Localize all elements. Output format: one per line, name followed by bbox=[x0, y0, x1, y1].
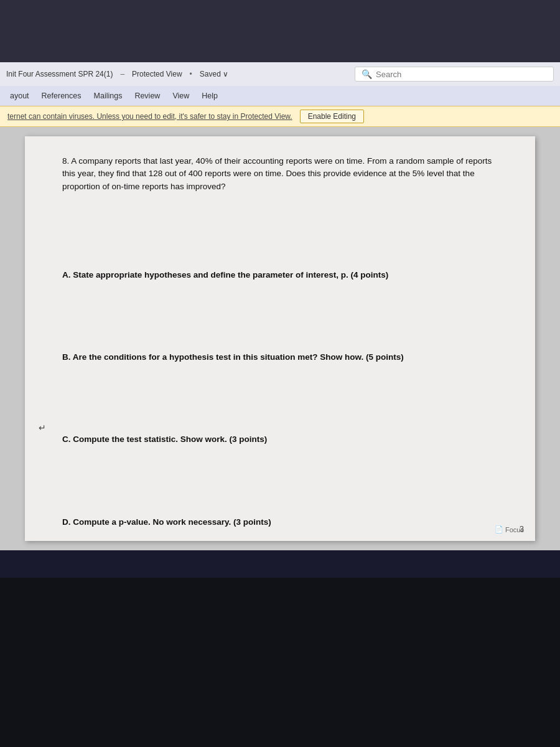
focus-label: Focus bbox=[505, 526, 524, 533]
sub-question-d: D. Compute a p-value. No work necessary.… bbox=[62, 516, 504, 529]
ribbon-item-help[interactable]: Help bbox=[197, 89, 223, 103]
left-margin-marker: ↵ bbox=[39, 423, 46, 433]
search-input[interactable] bbox=[376, 70, 547, 79]
focus-indicator: 📄 Focus bbox=[495, 525, 524, 533]
answer-space-b bbox=[62, 364, 504, 420]
ribbon-menu: ayout References Mailings Review View He… bbox=[0, 86, 560, 106]
top-dark-area bbox=[0, 0, 560, 62]
bottom-dark-area bbox=[0, 578, 560, 747]
sub-question-a: A. State appropriate hypotheses and defi… bbox=[62, 269, 504, 281]
sub-question-b: B. Are the conditions for a hypothesis t… bbox=[62, 351, 504, 364]
protected-view-bar: ternet can contain viruses. Unless you n… bbox=[0, 106, 560, 127]
search-icon: 🔍 bbox=[362, 69, 372, 79]
answer-space-c bbox=[62, 446, 504, 502]
ribbon-item-layout[interactable]: ayout bbox=[5, 89, 34, 103]
document-title: Init Four Assessment SPR 24(1) bbox=[6, 70, 113, 78]
answer-space-a bbox=[62, 199, 504, 255]
ribbon-item-view[interactable]: View bbox=[167, 89, 194, 103]
focus-icon: 📄 bbox=[495, 525, 503, 533]
document-area: 8. A company reports that last year, 40%… bbox=[0, 127, 560, 550]
sub-question-c: C. Compute the test statistic. Show work… bbox=[62, 433, 504, 446]
ribbon-item-references[interactable]: References bbox=[37, 89, 86, 103]
search-bar[interactable]: 🔍 bbox=[355, 67, 554, 82]
saved-label: Saved ∨ bbox=[200, 70, 228, 78]
protected-view-message: ternet can contain viruses. Unless you n… bbox=[7, 112, 292, 121]
question-8-text: 8. A company reports that last year, 40%… bbox=[62, 155, 504, 193]
answer-space-d bbox=[62, 529, 504, 550]
question-8-block: 8. A company reports that last year, 40%… bbox=[62, 155, 504, 193]
enable-editing-button[interactable]: Enable Editing bbox=[300, 110, 364, 123]
protected-view-label: Protected View bbox=[132, 70, 182, 78]
ribbon-item-review[interactable]: Review bbox=[129, 89, 165, 103]
document-page: 8. A company reports that last year, 40%… bbox=[25, 136, 535, 541]
title-bar: Init Four Assessment SPR 24(1) – Protect… bbox=[0, 62, 560, 86]
ribbon-item-mailings[interactable]: Mailings bbox=[89, 89, 128, 103]
answer-space-a2 bbox=[62, 281, 504, 337]
